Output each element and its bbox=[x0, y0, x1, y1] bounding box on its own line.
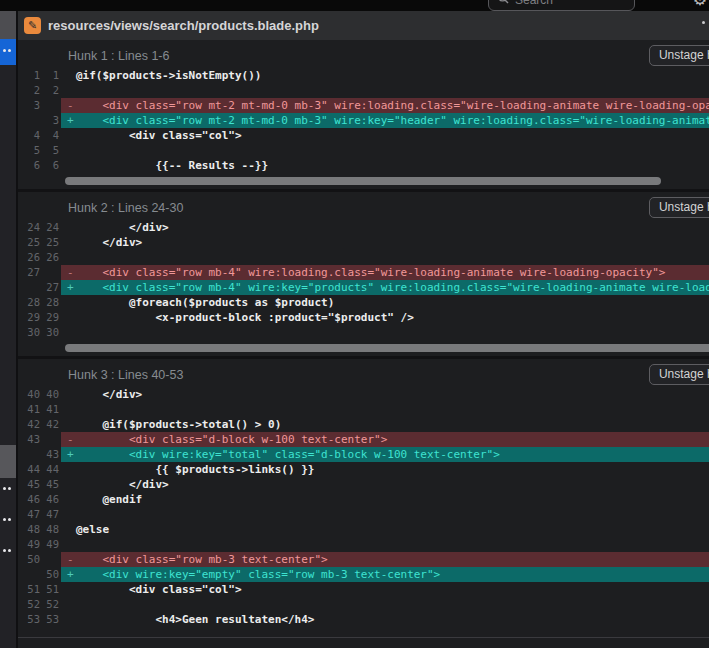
old-line-number: 3 bbox=[18, 98, 40, 113]
hunk-lines: 1 1 @if($products->isNotEmpty()) 2 2 3 -… bbox=[18, 68, 709, 173]
new-line-number: 28 bbox=[40, 295, 61, 310]
diff-line: 26 26 bbox=[18, 250, 709, 265]
file-modified-dots-icon[interactable] bbox=[3, 549, 15, 553]
diff-marker-icon: - bbox=[67, 432, 74, 447]
diff-line: 3 + <div class="row mt-2 mt-md-0 mb-3" w… bbox=[18, 113, 709, 128]
sidebar-file-row[interactable] bbox=[0, 445, 16, 478]
hunk-list: Hunk 1 : Lines 1-6 Unstage hunk 1 1 @if(… bbox=[18, 40, 709, 627]
settings-gear-icon[interactable]: ⚙ bbox=[693, 0, 707, 8]
hunk-title: Hunk 3 : Lines 40-53 bbox=[68, 368, 183, 382]
line-content: - <div class="row mt-2 mt-md-0 mb-3" wir… bbox=[61, 98, 709, 113]
new-line-number: 52 bbox=[40, 597, 61, 612]
unstage-hunk-button[interactable]: Unstage hunk bbox=[649, 45, 709, 66]
diff-line: 27 + <div class="row mb-4" wire:key="pro… bbox=[18, 280, 709, 295]
new-line-number: 41 bbox=[40, 402, 61, 417]
diff-line: 25 25 </div> bbox=[18, 235, 709, 250]
horizontal-scrollbar[interactable] bbox=[18, 340, 709, 356]
diff-line: 3 - <div class="row mt-2 mt-md-0 mb-3" w… bbox=[18, 98, 709, 113]
diff-line: 28 28 @foreach($products as $product) bbox=[18, 295, 709, 310]
line-content: - <div class="row mb-4" wire:loading.cla… bbox=[61, 265, 709, 280]
diff-line: 24 24 </div> bbox=[18, 220, 709, 235]
old-line-number bbox=[18, 280, 40, 295]
diff-line: 53 53 <h4>Geen resultaten</h4> bbox=[18, 612, 709, 627]
new-line-number: 43 bbox=[40, 447, 61, 462]
diff-panel: ✎ resources/views/search/products.blade.… bbox=[18, 11, 709, 648]
old-line-number bbox=[18, 113, 40, 128]
overflow-menu-dot-icon[interactable] bbox=[702, 21, 705, 24]
new-line-number: 40 bbox=[40, 387, 61, 402]
search-placeholder: Search bbox=[515, 0, 553, 7]
line-content: </div> bbox=[61, 387, 709, 402]
line-content bbox=[61, 83, 709, 98]
old-line-number: 43 bbox=[18, 432, 40, 447]
diff-hunk: Hunk 2 : Lines 24-30 Unstage hunk 24 24 … bbox=[18, 192, 709, 359]
new-line-number bbox=[40, 552, 61, 567]
line-content bbox=[61, 143, 709, 158]
diff-line: 1 1 @if($products->isNotEmpty()) bbox=[18, 68, 709, 83]
line-content: @else bbox=[61, 522, 709, 537]
file-modified-dots-icon[interactable] bbox=[3, 518, 15, 522]
section-divider bbox=[18, 637, 709, 638]
diff-marker-icon: - bbox=[67, 265, 74, 280]
new-line-number: 4 bbox=[40, 128, 61, 143]
diff-line: 50 - <div class="row mb-3 text-center"> bbox=[18, 552, 709, 567]
diff-marker-icon: - bbox=[67, 552, 74, 567]
line-content: <div class="col"> bbox=[61, 128, 709, 143]
line-content: + <div class="row mt-2 mt-md-0 mb-3" wir… bbox=[61, 113, 709, 128]
old-line-number: 51 bbox=[18, 582, 40, 597]
line-content: - <div class="d-block w-100 text-center"… bbox=[61, 432, 709, 447]
old-line-number: 53 bbox=[18, 612, 40, 627]
old-line-number: 4 bbox=[18, 128, 40, 143]
unstage-hunk-button[interactable]: Unstage hunk bbox=[649, 197, 709, 218]
new-line-number bbox=[40, 265, 61, 280]
diff-line: 44 44 {{ $products->links() }} bbox=[18, 462, 709, 477]
line-content: @if($products->isNotEmpty()) bbox=[61, 68, 709, 83]
unstage-hunk-button[interactable]: Unstage hunk bbox=[649, 364, 709, 385]
old-line-number bbox=[18, 567, 40, 582]
line-content: + <div wire:key="empty" class="row mb-3 … bbox=[61, 567, 709, 582]
new-line-number: 25 bbox=[40, 235, 61, 250]
diff-line: 40 40 </div> bbox=[18, 387, 709, 402]
new-line-number: 46 bbox=[40, 492, 61, 507]
sidebar-file-row[interactable] bbox=[0, 11, 16, 39]
diff-hunk: Hunk 1 : Lines 1-6 Unstage hunk 1 1 @if(… bbox=[18, 40, 709, 192]
old-line-number: 40 bbox=[18, 387, 40, 402]
app-toolbar: Search ⚙ bbox=[0, 0, 709, 11]
line-content: - <div class="row mb-3 text-center"> bbox=[61, 552, 709, 567]
new-line-number: 30 bbox=[40, 325, 61, 340]
scrollbar-thumb[interactable] bbox=[65, 177, 661, 185]
hunk-header: Hunk 2 : Lines 24-30 Unstage hunk bbox=[18, 196, 709, 220]
line-content: </div> bbox=[61, 235, 709, 250]
old-line-number: 5 bbox=[18, 143, 40, 158]
sidebar-file-row-selected[interactable] bbox=[0, 39, 16, 65]
diff-line: 46 46 @endif bbox=[18, 492, 709, 507]
line-content: @endif bbox=[61, 492, 709, 507]
diff-line: 2 2 bbox=[18, 83, 709, 98]
diff-line: 6 6 {{-- Results --}} bbox=[18, 158, 709, 173]
diff-viewer-window: Search ⚙ ✎ resources/views/search/produc… bbox=[0, 0, 709, 648]
diff-line: 43 - <div class="d-block w-100 text-cent… bbox=[18, 432, 709, 447]
file-modified-dots-icon[interactable] bbox=[3, 487, 15, 491]
old-line-number: 45 bbox=[18, 477, 40, 492]
line-content: @foreach($products as $product) bbox=[61, 295, 709, 310]
new-line-number: 51 bbox=[40, 582, 61, 597]
line-content bbox=[61, 402, 709, 417]
search-input[interactable]: Search bbox=[488, 0, 635, 11]
new-line-number: 48 bbox=[40, 522, 61, 537]
diff-line: 43 + <div wire:key="total" class="d-bloc… bbox=[18, 447, 709, 462]
old-line-number: 41 bbox=[18, 402, 40, 417]
line-content bbox=[61, 250, 709, 265]
old-line-number: 48 bbox=[18, 522, 40, 537]
diff-marker-icon: + bbox=[67, 567, 74, 582]
new-line-number: 49 bbox=[40, 537, 61, 552]
old-line-number: 29 bbox=[18, 310, 40, 325]
old-line-number: 25 bbox=[18, 235, 40, 250]
old-line-number bbox=[18, 447, 40, 462]
new-line-number: 26 bbox=[40, 250, 61, 265]
old-line-number: 28 bbox=[18, 295, 40, 310]
horizontal-scrollbar[interactable] bbox=[18, 173, 709, 189]
old-line-number: 27 bbox=[18, 265, 40, 280]
new-line-number: 5 bbox=[40, 143, 61, 158]
old-line-number: 49 bbox=[18, 537, 40, 552]
scrollbar-thumb[interactable] bbox=[65, 344, 709, 352]
